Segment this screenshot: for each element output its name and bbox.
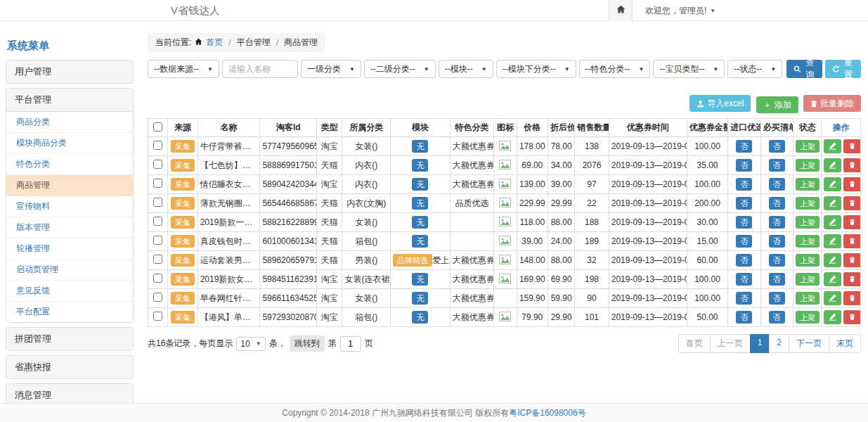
delete-button[interactable] [843,310,860,324]
status-toggle[interactable]: 上架 [796,273,820,286]
edit-button[interactable] [824,253,841,267]
row-checkbox[interactable] [153,217,162,226]
row-checkbox[interactable] [153,255,162,264]
status-toggle[interactable]: 上架 [796,140,820,153]
row-checkbox[interactable] [153,312,162,321]
sidebar-item[interactable]: 轮播管理 [6,238,133,260]
import-select-toggle[interactable]: 否 [736,235,752,248]
import-select-toggle[interactable]: 否 [736,311,752,324]
row-checkbox[interactable] [153,141,162,150]
breadcrumb-home-link[interactable]: 首页 [206,37,223,49]
status-select[interactable]: --状态--▼ [727,60,782,78]
status-toggle[interactable]: 上架 [796,216,820,229]
level1-category-select[interactable]: 一级分类▼ [301,60,361,78]
import-select-toggle[interactable]: 否 [736,273,752,286]
edit-button[interactable] [824,158,841,172]
status-toggle[interactable]: 上架 [796,254,820,267]
delete-button[interactable] [843,253,860,267]
sidebar-item[interactable]: 宣传物料 [6,196,133,217]
edit-button[interactable] [824,310,841,324]
must-buy-toggle[interactable]: 否 [769,292,785,305]
page-size-select[interactable]: 10 ▼ [236,337,265,351]
delete-button[interactable] [843,177,860,191]
batch-delete-button[interactable]: 批量删除 [803,95,861,112]
page-button[interactable]: 上一页 [710,334,751,353]
row-checkbox[interactable] [153,160,162,169]
delete-button[interactable] [843,196,860,210]
sidebar-item[interactable]: 版本管理 [6,217,133,238]
row-checkbox[interactable] [153,274,162,283]
must-buy-toggle[interactable]: 否 [769,273,785,286]
data-source-select[interactable]: --数据来源--▼ [148,60,219,78]
edit-button[interactable] [824,139,841,153]
status-toggle[interactable]: 上架 [796,292,820,305]
sidebar-item[interactable]: 平台配置 [6,302,133,322]
import-select-toggle[interactable]: 否 [736,178,752,191]
must-buy-toggle[interactable]: 否 [769,311,785,324]
status-toggle[interactable]: 上架 [796,178,820,191]
status-toggle[interactable]: 上架 [796,197,820,210]
must-buy-toggle[interactable]: 否 [769,197,785,210]
search-button[interactable]: 查询 [786,60,822,78]
page-button[interactable]: 2 [769,334,789,353]
edit-button[interactable] [824,196,841,210]
delete-button[interactable] [843,139,860,153]
import-select-toggle[interactable]: 否 [736,197,752,210]
level2-category-select[interactable]: --二级分类--▼ [364,60,436,78]
import-select-toggle[interactable]: 否 [736,140,752,153]
status-toggle[interactable]: 上架 [796,311,820,324]
module-select[interactable]: --模块--▼ [439,60,493,78]
delete-button[interactable] [843,234,860,248]
import-select-toggle[interactable]: 否 [736,216,752,229]
sidebar-panel-header[interactable]: 平台管理 [6,89,133,111]
must-buy-toggle[interactable]: 否 [769,178,785,191]
delete-button[interactable] [843,272,860,286]
reset-button[interactable]: 重置 [825,60,861,78]
page-button[interactable]: 1 [750,334,770,353]
import-select-toggle[interactable]: 否 [736,159,752,172]
feature-category-select[interactable]: --特色分类--▼ [579,60,651,78]
must-buy-toggle[interactable]: 否 [769,140,785,153]
jump-button[interactable]: 跳转到 [290,335,325,352]
delete-button[interactable] [843,158,860,172]
sidebar-panel-header[interactable]: 省惠快报 [6,356,133,378]
row-checkbox[interactable] [153,179,162,188]
import-select-toggle[interactable]: 否 [736,254,752,267]
delete-button[interactable] [843,215,860,229]
edit-button[interactable] [824,215,841,229]
home-button[interactable] [609,0,633,21]
row-checkbox[interactable] [153,293,162,302]
status-toggle[interactable]: 上架 [796,159,820,172]
module-subcategory-select[interactable]: --模块下分类--▼ [496,60,576,78]
page-button[interactable]: 首页 [678,334,711,353]
sidebar-item[interactable]: 模块商品分类 [6,133,133,154]
row-checkbox[interactable] [153,198,162,207]
select-all-checkbox[interactable] [153,122,162,132]
user-menu[interactable]: 欢迎您，管理员! ▼ [645,5,715,17]
sidebar-item[interactable]: 特色分类 [6,154,133,175]
sidebar-item[interactable]: 商品分类 [6,112,133,133]
page-button[interactable]: 末页 [829,334,861,353]
row-checkbox[interactable] [153,236,162,245]
delete-button[interactable] [843,291,860,305]
must-buy-toggle[interactable]: 否 [769,254,785,267]
must-buy-toggle[interactable]: 否 [769,235,785,248]
edit-button[interactable] [824,272,841,286]
page-button[interactable]: 下一页 [789,334,829,353]
status-toggle[interactable]: 上架 [796,235,820,248]
edit-button[interactable] [824,291,841,305]
add-button[interactable]: ＋ 添加 [756,96,798,113]
import-excel-button[interactable]: 导入excel [689,95,751,112]
must-buy-toggle[interactable]: 否 [769,216,785,229]
edit-button[interactable] [824,177,841,191]
must-buy-toggle[interactable]: 否 [769,159,785,172]
sidebar-item[interactable]: 启动页管理 [6,260,133,281]
sidebar-panel-header[interactable]: 拼团管理 [6,328,133,350]
import-select-toggle[interactable]: 否 [736,292,752,305]
sidebar-item[interactable]: 意见反馈 [6,281,133,302]
edit-button[interactable] [824,234,841,248]
jump-page-input[interactable] [340,336,361,352]
icp-link[interactable]: 粤ICP备16098006号 [509,407,585,419]
sidebar-panel-header[interactable]: 用户管理 [6,60,133,83]
name-search-input[interactable] [222,60,298,78]
